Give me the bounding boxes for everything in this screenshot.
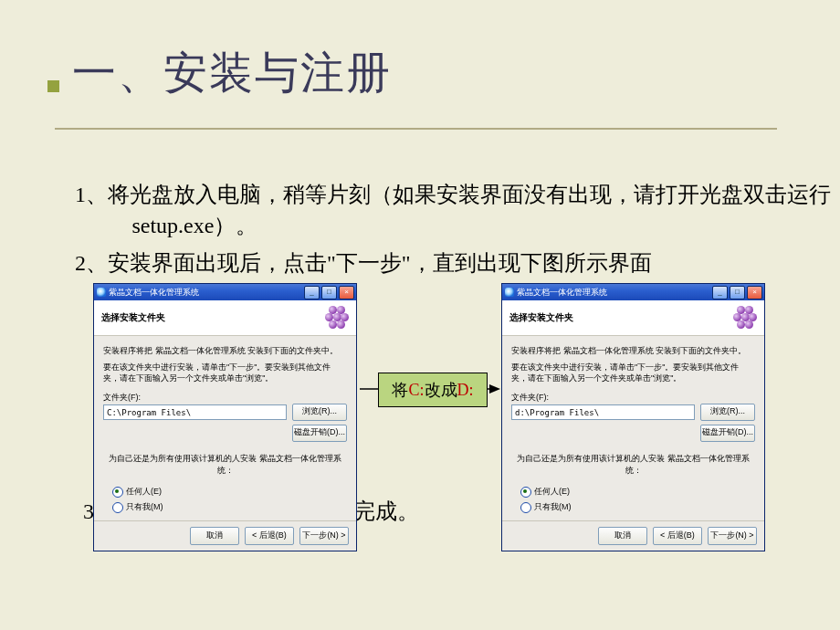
app-icon xyxy=(97,288,106,297)
next-button[interactable]: 下一步(N) > xyxy=(708,527,757,545)
maximize-button[interactable]: □ xyxy=(321,286,337,299)
window-title: 紫晶文档一体化管理系统 xyxy=(109,287,199,299)
radio-everyone[interactable]: 任何人(E) xyxy=(520,486,755,498)
radio-icon xyxy=(112,502,123,513)
titlebar: 紫晶文档一体化管理系统 _ □ × xyxy=(94,284,356,300)
folder-path-input[interactable] xyxy=(511,404,695,420)
radio-icon xyxy=(520,502,531,513)
radio-everyone-label: 任何人(E) xyxy=(126,486,162,498)
dialog-content: 安装程序将把 紫晶文档一体化管理系统 安装到下面的文件夹中。 要在该文件夹中进行… xyxy=(94,336,356,520)
titlebar: 紫晶文档一体化管理系统 _ □ × xyxy=(502,284,764,300)
window-title: 紫晶文档一体化管理系统 xyxy=(517,287,607,299)
folder-path-input[interactable] xyxy=(103,404,287,420)
maximize-button[interactable]: □ xyxy=(730,286,745,299)
paragraph-2: 2、安装界面出现后，点击"下一步"，直到出现下图所示界面 xyxy=(75,248,840,279)
dialog-header: 选择安装文件夹 xyxy=(502,300,764,336)
close-button[interactable]: × xyxy=(339,286,354,299)
folder-label: 文件夹(F): xyxy=(511,392,755,404)
dialog-header-title: 选择安装文件夹 xyxy=(509,311,573,324)
paragraph-1: 1、将光盘放入电脑，稍等片刻（如果安装界面没有出现，请打开光盘双击运行setup… xyxy=(75,180,840,241)
minimize-button[interactable]: _ xyxy=(304,286,320,299)
callout-mid: 改成 xyxy=(425,381,457,399)
radio-everyone[interactable]: 任何人(E) xyxy=(112,486,347,498)
dialog-header: 选择安装文件夹 xyxy=(94,300,356,336)
logo-icon xyxy=(733,306,757,330)
close-button[interactable]: × xyxy=(747,286,762,299)
install-info-1: 安装程序将把 紫晶文档一体化管理系统 安装到下面的文件夹中。 xyxy=(511,345,755,357)
dialog-footer: 取消 < 后退(B) 下一步(N) > xyxy=(94,520,356,551)
disk-cost-button[interactable]: 磁盘开销(D)... xyxy=(700,425,755,442)
svg-marker-1 xyxy=(489,384,500,394)
install-info-2: 要在该文件夹中进行安装，请单击"下一步"。要安装到其他文件夹，请在下面输入另一个… xyxy=(511,362,755,383)
change-drive-callout: 将C:改成D: xyxy=(378,373,488,407)
install-for-note: 为自己还是为所有使用该计算机的人安装 紫晶文档一体化管理系统： xyxy=(103,453,347,477)
radio-everyone-label: 任何人(E) xyxy=(534,486,570,498)
callout-to: D: xyxy=(457,381,474,399)
dialog-header-title: 选择安装文件夹 xyxy=(101,311,165,324)
back-button[interactable]: < 后退(B) xyxy=(245,527,294,545)
next-button[interactable]: 下一步(N) > xyxy=(299,527,349,545)
dialog-content: 安装程序将把 紫晶文档一体化管理系统 安装到下面的文件夹中。 要在该文件夹中进行… xyxy=(502,336,764,520)
callout-prefix: 将 xyxy=(392,381,408,399)
back-button[interactable]: < 后退(B) xyxy=(653,527,702,545)
slide-title: 一、安装与注册 xyxy=(72,44,392,102)
install-info-2: 要在该文件夹中进行安装，请单击"下一步"。要安装到其他文件夹，请在下面输入另一个… xyxy=(103,362,347,383)
minimize-button[interactable]: _ xyxy=(712,286,728,299)
radio-only-me-label: 只有我(M) xyxy=(534,501,572,513)
disk-cost-button[interactable]: 磁盘开销(D)... xyxy=(292,425,347,442)
browse-button[interactable]: 浏览(R)... xyxy=(700,404,755,421)
app-icon xyxy=(505,288,514,297)
radio-icon xyxy=(112,487,123,498)
radio-only-me[interactable]: 只有我(M) xyxy=(112,501,347,513)
title-underline xyxy=(55,128,777,130)
dialog-footer: 取消 < 后退(B) 下一步(N) > xyxy=(502,520,764,551)
cancel-button[interactable]: 取消 xyxy=(190,527,239,545)
callout-from: C: xyxy=(408,381,424,399)
radio-only-me-label: 只有我(M) xyxy=(126,501,163,513)
title-block: 一、安装与注册 xyxy=(47,44,392,102)
install-for-note: 为自己还是为所有使用该计算机的人安装 紫晶文档一体化管理系统： xyxy=(511,453,755,477)
install-info-1: 安装程序将把 紫晶文档一体化管理系统 安装到下面的文件夹中。 xyxy=(103,345,347,357)
installer-dialog-before: 紫晶文档一体化管理系统 _ □ × 选择安装文件夹 安装程序将把 紫晶文档一体化… xyxy=(93,283,357,551)
bullet-square-icon xyxy=(47,80,59,92)
logo-icon xyxy=(325,306,349,330)
cancel-button[interactable]: 取消 xyxy=(598,527,647,545)
folder-label: 文件夹(F): xyxy=(103,392,347,404)
radio-icon xyxy=(520,487,531,498)
installer-dialog-after: 紫晶文档一体化管理系统 _ □ × 选择安装文件夹 安装程序将把 紫晶文档一体化… xyxy=(501,283,765,551)
radio-only-me[interactable]: 只有我(M) xyxy=(520,501,755,513)
browse-button[interactable]: 浏览(R)... xyxy=(292,404,347,421)
slide: 一、安装与注册 1、将光盘放入电脑，稍等片刻（如果安装界面没有出现，请打开光盘双… xyxy=(0,0,840,630)
